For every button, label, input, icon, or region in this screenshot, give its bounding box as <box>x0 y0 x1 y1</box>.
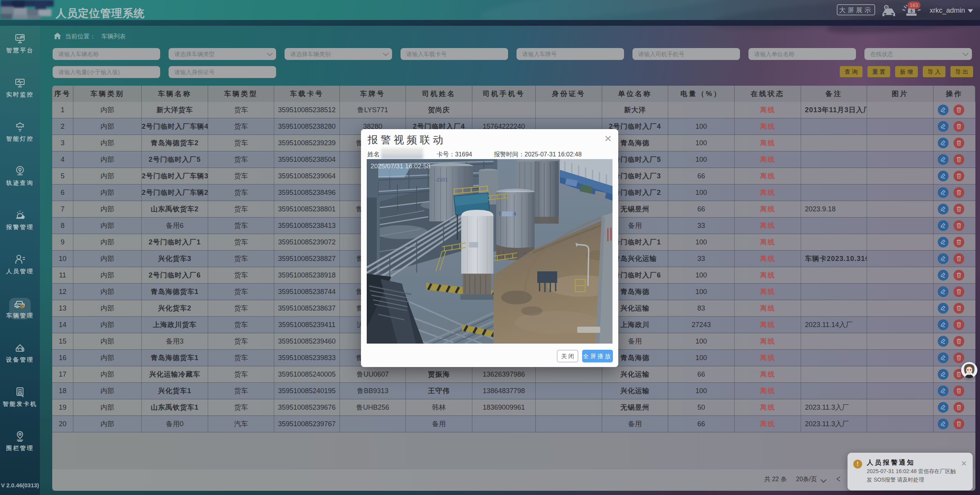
svg-text:2025/07/31 16:02:58: 2025/07/31 16:02:58 <box>371 163 430 170</box>
